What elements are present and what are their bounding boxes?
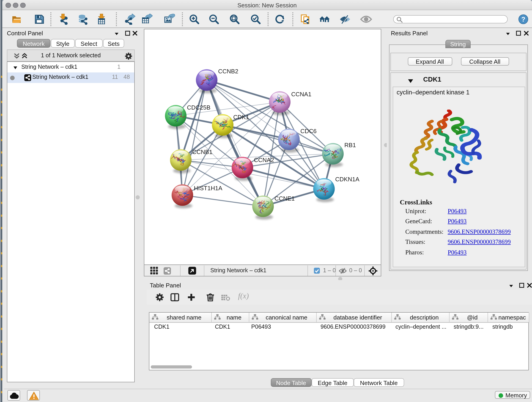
svg-text:CCNA2: CCNA2 bbox=[254, 157, 274, 163]
svg-text:CDC25B: CDC25B bbox=[187, 104, 210, 111]
svg-text:CDC6: CDC6 bbox=[300, 128, 317, 134]
svg-text:CCNA1: CCNA1 bbox=[291, 91, 311, 98]
svg-text:CCNE1: CCNE1 bbox=[274, 195, 295, 202]
svg-text:CCNB1: CCNB1 bbox=[192, 148, 212, 155]
svg-text:CDKN1A: CDKN1A bbox=[335, 176, 360, 183]
svg-text:HIST1H1A: HIST1H1A bbox=[194, 185, 222, 191]
svg-text:?: ? bbox=[521, 16, 525, 23]
svg-text:CDK1: CDK1 bbox=[233, 114, 249, 121]
svg-text:RB1: RB1 bbox=[344, 142, 356, 148]
svg-text:CCNB2: CCNB2 bbox=[218, 68, 238, 75]
